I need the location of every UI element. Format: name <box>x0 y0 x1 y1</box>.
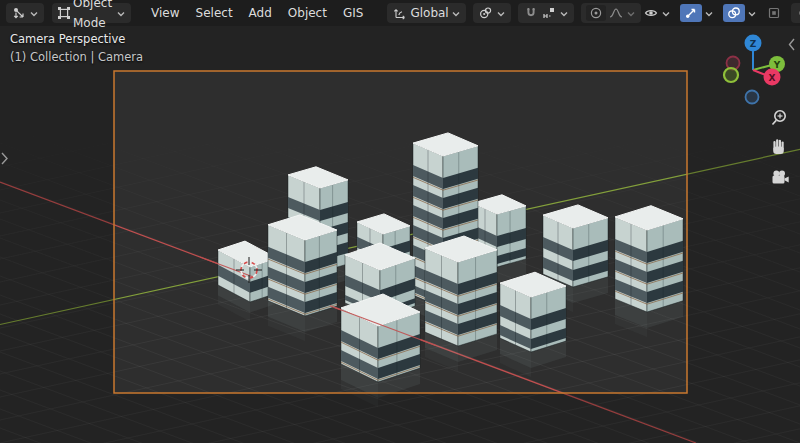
proportional-editing-icon <box>586 5 606 21</box>
transform-settings: Global <box>387 3 640 23</box>
falloff-curve-icon <box>608 5 624 21</box>
show-gizmos-toggle[interactable] <box>680 3 714 23</box>
visibility-eye-icon <box>643 5 659 21</box>
gizmos-icon <box>680 4 702 22</box>
overlays-icon <box>723 4 745 22</box>
building[interactable] <box>500 272 566 377</box>
building[interactable] <box>615 206 683 337</box>
axis-neg-z-ball[interactable] <box>746 91 759 104</box>
viewport-header: Object Mode View Select Add Object GIS G… <box>0 0 800 26</box>
xray-icon <box>766 5 782 21</box>
shading-mode-group <box>791 3 800 23</box>
mode-label: Object Mode <box>73 0 114 33</box>
blender-window: Object Mode View Select Add Object GIS G… <box>0 0 800 443</box>
axis-x-label: X <box>769 73 776 83</box>
viewport-display-settings <box>643 3 800 23</box>
proportional-editing-group[interactable] <box>581 3 641 23</box>
orientation-global-icon <box>392 5 408 21</box>
menu-view[interactable]: View <box>143 3 187 23</box>
building[interactable] <box>425 236 497 371</box>
viewport-canvas[interactable]: Z Y X <box>0 26 800 443</box>
chevron-down-icon <box>116 4 126 23</box>
shading-wireframe-button[interactable] <box>795 4 800 22</box>
object-mode-icon <box>57 5 71 21</box>
viewport-3d[interactable]: Z Y X <box>0 26 800 443</box>
snap-increment-icon <box>541 5 557 21</box>
transform-orientation-dropdown[interactable]: Global <box>387 3 465 23</box>
chevron-down-icon <box>747 4 757 23</box>
menu-object[interactable]: Object <box>280 3 335 23</box>
menu-gis[interactable]: GIS <box>335 3 371 23</box>
axis-z-label: Z <box>750 39 757 49</box>
snapping-group[interactable] <box>518 3 574 23</box>
menu-add[interactable]: Add <box>241 3 280 23</box>
editor-type-button[interactable] <box>6 3 44 23</box>
object-visibility-dropdown[interactable] <box>643 3 671 23</box>
chevron-down-icon <box>496 4 506 23</box>
chevron-down-icon <box>661 4 671 23</box>
building[interactable] <box>341 294 420 407</box>
editor-3d-viewport-icon <box>11 5 27 21</box>
show-overlays-toggle[interactable] <box>723 3 757 23</box>
menu-select[interactable]: Select <box>188 3 241 23</box>
snap-magnet-icon <box>523 5 539 21</box>
menu-bar: View Select Add Object GIS <box>143 3 371 23</box>
pivot-point-icon <box>478 5 494 21</box>
orientation-label: Global <box>410 3 448 23</box>
chevron-down-icon <box>451 4 461 23</box>
chevron-down-icon <box>704 4 714 23</box>
axis-neg-y-ball[interactable] <box>724 68 738 82</box>
chevron-down-icon <box>626 4 636 23</box>
axis-y-label: Y <box>773 60 781 70</box>
xray-toggle[interactable] <box>766 3 782 23</box>
chevron-down-icon <box>559 4 569 23</box>
building[interactable] <box>268 215 337 341</box>
mode-dropdown[interactable]: Object Mode <box>52 3 131 23</box>
pivot-point-dropdown[interactable] <box>473 3 511 23</box>
chevron-down-icon <box>29 4 39 23</box>
